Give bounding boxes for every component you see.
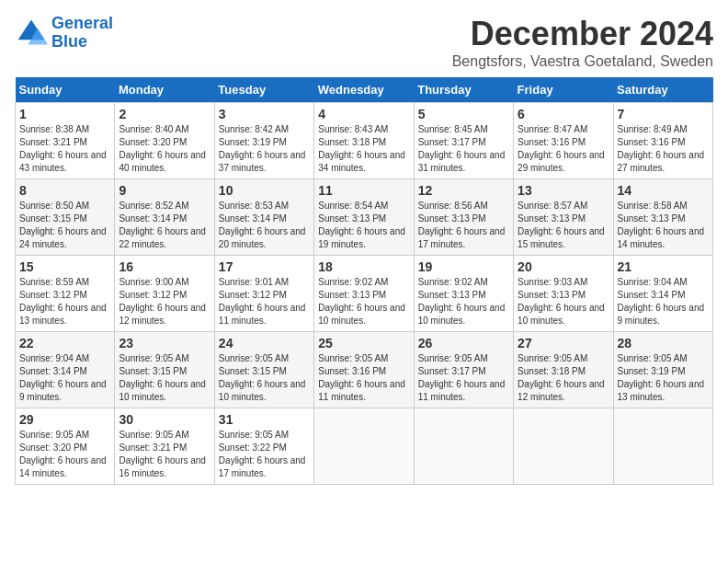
day-info: Sunrise: 8:43 AMSunset: 3:18 PMDaylight:… bbox=[318, 123, 409, 175]
location-subtitle: Bengtsfors, Vaestra Goetaland, Sweden bbox=[452, 53, 713, 70]
day-info: Sunrise: 8:52 AMSunset: 3:14 PMDaylight:… bbox=[119, 200, 210, 251]
calendar-cell: 17Sunrise: 9:01 AMSunset: 3:12 PMDayligh… bbox=[214, 256, 313, 332]
day-number: 26 bbox=[418, 336, 509, 350]
day-number: 31 bbox=[219, 412, 310, 427]
day-info: Sunrise: 8:57 AMSunset: 3:13 PMDaylight:… bbox=[518, 200, 609, 251]
day-info: Sunrise: 8:56 AMSunset: 3:13 PMDaylight:… bbox=[418, 200, 509, 251]
day-number: 14 bbox=[618, 183, 709, 198]
week-row-3: 15Sunrise: 8:59 AMSunset: 3:12 PMDayligh… bbox=[16, 256, 713, 332]
calendar-cell: 4Sunrise: 8:43 AMSunset: 3:18 PMDaylight… bbox=[314, 103, 414, 179]
day-number: 13 bbox=[518, 183, 609, 198]
day-number: 22 bbox=[19, 336, 110, 350]
calendar-cell bbox=[314, 408, 414, 485]
calendar-cell: 6Sunrise: 8:47 AMSunset: 3:16 PMDaylight… bbox=[514, 103, 613, 179]
calendar-cell: 13Sunrise: 8:57 AMSunset: 3:13 PMDayligh… bbox=[514, 179, 613, 256]
day-number: 16 bbox=[119, 259, 210, 274]
day-info: Sunrise: 8:53 AMSunset: 3:14 PMDaylight:… bbox=[219, 200, 310, 251]
calendar-cell bbox=[414, 408, 513, 485]
header-wednesday: Wednesday bbox=[314, 77, 414, 103]
week-row-5: 29Sunrise: 9:05 AMSunset: 3:20 PMDayligh… bbox=[16, 408, 713, 485]
calendar-cell: 28Sunrise: 9:05 AMSunset: 3:19 PMDayligh… bbox=[613, 332, 712, 408]
day-number: 27 bbox=[518, 336, 609, 350]
day-info: Sunrise: 9:05 AMSunset: 3:16 PMDaylight:… bbox=[318, 352, 409, 404]
calendar-table: SundayMondayTuesdayWednesdayThursdayFrid… bbox=[15, 77, 713, 485]
header-thursday: Thursday bbox=[414, 77, 513, 103]
calendar-cell: 8Sunrise: 8:50 AMSunset: 3:15 PMDaylight… bbox=[16, 179, 115, 256]
day-info: Sunrise: 9:05 AMSunset: 3:15 PMDaylight:… bbox=[219, 352, 310, 404]
calendar-cell: 29Sunrise: 9:05 AMSunset: 3:20 PMDayligh… bbox=[16, 408, 115, 485]
day-number: 4 bbox=[318, 107, 409, 121]
day-info: Sunrise: 8:58 AMSunset: 3:13 PMDaylight:… bbox=[618, 200, 709, 251]
header-saturday: Saturday bbox=[613, 77, 712, 103]
calendar-cell: 26Sunrise: 9:05 AMSunset: 3:17 PMDayligh… bbox=[414, 332, 513, 408]
day-number: 23 bbox=[119, 336, 210, 350]
day-info: Sunrise: 9:05 AMSunset: 3:15 PMDaylight:… bbox=[119, 352, 210, 404]
week-row-1: 1Sunrise: 8:38 AMSunset: 3:21 PMDaylight… bbox=[16, 103, 713, 179]
week-row-2: 8Sunrise: 8:50 AMSunset: 3:15 PMDaylight… bbox=[16, 179, 713, 256]
day-info: Sunrise: 8:47 AMSunset: 3:16 PMDaylight:… bbox=[518, 123, 609, 175]
day-number: 17 bbox=[219, 259, 310, 274]
day-info: Sunrise: 9:03 AMSunset: 3:13 PMDaylight:… bbox=[518, 276, 609, 327]
calendar-cell: 30Sunrise: 9:05 AMSunset: 3:21 PMDayligh… bbox=[115, 408, 214, 485]
header: General Blue December 2024 Bengtsfors, V… bbox=[15, 15, 713, 70]
day-info: Sunrise: 9:01 AMSunset: 3:12 PMDaylight:… bbox=[219, 276, 310, 327]
day-number: 18 bbox=[318, 259, 409, 274]
day-info: Sunrise: 8:40 AMSunset: 3:20 PMDaylight:… bbox=[119, 123, 210, 175]
day-info: Sunrise: 9:02 AMSunset: 3:13 PMDaylight:… bbox=[318, 276, 409, 327]
day-info: Sunrise: 8:54 AMSunset: 3:13 PMDaylight:… bbox=[318, 200, 409, 251]
day-number: 5 bbox=[418, 107, 509, 121]
calendar-cell bbox=[514, 408, 613, 485]
day-number: 9 bbox=[119, 183, 210, 198]
day-info: Sunrise: 9:00 AMSunset: 3:12 PMDaylight:… bbox=[119, 276, 210, 327]
calendar-cell: 23Sunrise: 9:05 AMSunset: 3:15 PMDayligh… bbox=[115, 332, 214, 408]
calendar-cell bbox=[613, 408, 712, 485]
logo-text: General Blue bbox=[51, 15, 113, 52]
calendar-cell: 16Sunrise: 9:00 AMSunset: 3:12 PMDayligh… bbox=[115, 256, 214, 332]
day-info: Sunrise: 8:49 AMSunset: 3:16 PMDaylight:… bbox=[618, 123, 709, 175]
day-number: 21 bbox=[618, 259, 709, 274]
day-info: Sunrise: 9:04 AMSunset: 3:14 PMDaylight:… bbox=[19, 352, 110, 404]
day-number: 19 bbox=[418, 259, 509, 274]
title-section: December 2024 Bengtsfors, Vaestra Goetal… bbox=[452, 15, 713, 70]
calendar-cell: 11Sunrise: 8:54 AMSunset: 3:13 PMDayligh… bbox=[314, 179, 414, 256]
day-info: Sunrise: 9:05 AMSunset: 3:18 PMDaylight:… bbox=[518, 352, 609, 404]
calendar-cell: 19Sunrise: 9:02 AMSunset: 3:13 PMDayligh… bbox=[414, 256, 513, 332]
calendar-cell: 9Sunrise: 8:52 AMSunset: 3:14 PMDaylight… bbox=[115, 179, 214, 256]
day-number: 24 bbox=[219, 336, 310, 350]
day-number: 6 bbox=[518, 107, 609, 121]
day-info: Sunrise: 8:38 AMSunset: 3:21 PMDaylight:… bbox=[19, 123, 110, 175]
day-number: 11 bbox=[318, 183, 409, 198]
calendar-cell: 27Sunrise: 9:05 AMSunset: 3:18 PMDayligh… bbox=[514, 332, 613, 408]
calendar-cell: 24Sunrise: 9:05 AMSunset: 3:15 PMDayligh… bbox=[214, 332, 313, 408]
day-info: Sunrise: 8:50 AMSunset: 3:15 PMDaylight:… bbox=[19, 200, 110, 251]
day-number: 20 bbox=[518, 259, 609, 274]
header-friday: Friday bbox=[514, 77, 613, 103]
header-tuesday: Tuesday bbox=[214, 77, 313, 103]
day-number: 29 bbox=[19, 412, 110, 427]
calendar-cell: 14Sunrise: 8:58 AMSunset: 3:13 PMDayligh… bbox=[613, 179, 712, 256]
calendar-cell: 5Sunrise: 8:45 AMSunset: 3:17 PMDaylight… bbox=[414, 103, 513, 179]
calendar-cell: 21Sunrise: 9:04 AMSunset: 3:14 PMDayligh… bbox=[613, 256, 712, 332]
logo-icon bbox=[15, 17, 48, 50]
calendar-cell: 15Sunrise: 8:59 AMSunset: 3:12 PMDayligh… bbox=[16, 256, 115, 332]
calendar-cell: 25Sunrise: 9:05 AMSunset: 3:16 PMDayligh… bbox=[314, 332, 414, 408]
calendar-cell: 3Sunrise: 8:42 AMSunset: 3:19 PMDaylight… bbox=[214, 103, 313, 179]
logo-line2: Blue bbox=[51, 32, 87, 51]
day-number: 1 bbox=[19, 107, 110, 121]
week-row-4: 22Sunrise: 9:04 AMSunset: 3:14 PMDayligh… bbox=[16, 332, 713, 408]
month-title: December 2024 bbox=[452, 15, 713, 53]
day-number: 8 bbox=[19, 183, 110, 198]
day-number: 25 bbox=[318, 336, 409, 350]
logo: General Blue bbox=[15, 15, 113, 52]
calendar-cell: 18Sunrise: 9:02 AMSunset: 3:13 PMDayligh… bbox=[314, 256, 414, 332]
calendar-cell: 2Sunrise: 8:40 AMSunset: 3:20 PMDaylight… bbox=[115, 103, 214, 179]
logo-line1: General bbox=[51, 14, 113, 32]
calendar-cell: 7Sunrise: 8:49 AMSunset: 3:16 PMDaylight… bbox=[613, 103, 712, 179]
calendar-cell: 1Sunrise: 8:38 AMSunset: 3:21 PMDaylight… bbox=[16, 103, 115, 179]
day-info: Sunrise: 9:05 AMSunset: 3:17 PMDaylight:… bbox=[418, 352, 509, 404]
calendar-cell: 10Sunrise: 8:53 AMSunset: 3:14 PMDayligh… bbox=[214, 179, 313, 256]
day-info: Sunrise: 9:05 AMSunset: 3:22 PMDaylight:… bbox=[219, 429, 310, 480]
calendar-cell: 20Sunrise: 9:03 AMSunset: 3:13 PMDayligh… bbox=[514, 256, 613, 332]
calendar-cell: 31Sunrise: 9:05 AMSunset: 3:22 PMDayligh… bbox=[214, 408, 313, 485]
header-monday: Monday bbox=[115, 77, 214, 103]
